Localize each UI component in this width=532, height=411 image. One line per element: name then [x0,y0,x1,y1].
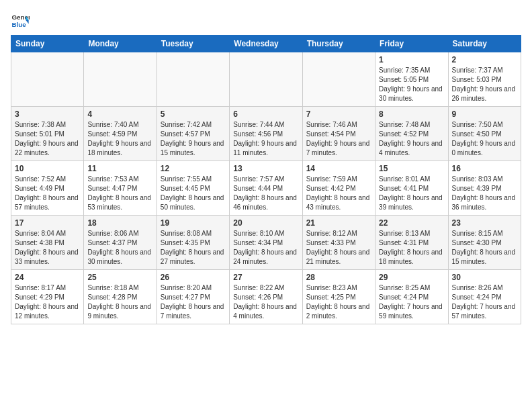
calendar-week-row: 3Sunrise: 7:38 AM Sunset: 5:01 PM Daylig… [11,107,521,161]
logo-icon: General Blue [11,11,30,30]
calendar-cell: 6Sunrise: 7:44 AM Sunset: 4:56 PM Daylig… [230,107,302,161]
day-number: 6 [233,109,298,119]
calendar-cell: 23Sunrise: 8:15 AM Sunset: 4:30 PM Dayli… [448,216,521,270]
day-number: 10 [15,164,80,173]
calendar-cell [84,52,157,107]
calendar-cell: 25Sunrise: 8:18 AM Sunset: 4:28 PM Dayli… [84,270,157,324]
calendar-cell: 15Sunrise: 8:01 AM Sunset: 4:41 PM Dayli… [375,161,448,216]
day-number: 15 [379,164,444,173]
day-number: 14 [306,164,371,173]
day-info: Sunrise: 7:59 AM Sunset: 4:42 PM Dayligh… [306,175,371,212]
weekday-header: Wednesday [230,36,302,52]
svg-text:Blue: Blue [11,21,26,28]
day-number: 2 [452,55,517,64]
day-info: Sunrise: 8:15 AM Sunset: 4:30 PM Dayligh… [452,229,517,267]
day-number: 21 [306,218,371,228]
calendar-cell: 16Sunrise: 8:03 AM Sunset: 4:39 PM Dayli… [448,161,521,216]
logo: General Blue [11,11,32,30]
day-number: 3 [15,109,80,119]
day-number: 24 [15,273,80,282]
day-number: 12 [161,164,226,173]
weekday-header: Monday [84,36,157,52]
calendar-week-row: 17Sunrise: 8:04 AM Sunset: 4:38 PM Dayli… [11,216,521,270]
calendar-cell: 2Sunrise: 7:37 AM Sunset: 5:03 PM Daylig… [448,52,521,107]
day-info: Sunrise: 8:03 AM Sunset: 4:39 PM Dayligh… [452,175,517,212]
day-info: Sunrise: 8:23 AM Sunset: 4:25 PM Dayligh… [306,283,371,321]
day-number: 9 [452,109,517,119]
calendar-cell: 10Sunrise: 7:52 AM Sunset: 4:49 PM Dayli… [11,161,84,216]
day-number: 17 [15,218,80,228]
calendar-cell: 20Sunrise: 8:10 AM Sunset: 4:34 PM Dayli… [230,216,302,270]
day-number: 4 [87,109,152,119]
calendar-cell: 26Sunrise: 8:20 AM Sunset: 4:27 PM Dayli… [157,270,229,324]
day-info: Sunrise: 7:38 AM Sunset: 5:01 PM Dayligh… [15,120,80,158]
weekday-header: Sunday [11,36,84,52]
day-number: 18 [87,218,152,228]
calendar-cell: 9Sunrise: 7:50 AM Sunset: 4:50 PM Daylig… [448,107,521,161]
day-info: Sunrise: 8:12 AM Sunset: 4:33 PM Dayligh… [306,229,371,267]
calendar-cell: 12Sunrise: 7:55 AM Sunset: 4:45 PM Dayli… [157,161,229,216]
day-info: Sunrise: 7:50 AM Sunset: 4:50 PM Dayligh… [452,120,517,158]
calendar-cell [302,52,375,107]
day-info: Sunrise: 7:55 AM Sunset: 4:45 PM Dayligh… [161,175,226,212]
day-number: 19 [161,218,226,228]
weekday-row: SundayMondayTuesdayWednesdayThursdayFrid… [11,36,521,52]
day-info: Sunrise: 7:46 AM Sunset: 4:54 PM Dayligh… [306,120,371,158]
calendar-cell [157,52,229,107]
day-info: Sunrise: 7:42 AM Sunset: 4:57 PM Dayligh… [161,120,226,158]
calendar-cell: 8Sunrise: 7:48 AM Sunset: 4:52 PM Daylig… [375,107,448,161]
calendar-cell: 17Sunrise: 8:04 AM Sunset: 4:38 PM Dayli… [11,216,84,270]
day-number: 22 [379,218,444,228]
day-number: 23 [452,218,517,228]
calendar-cell: 19Sunrise: 8:08 AM Sunset: 4:35 PM Dayli… [157,216,229,270]
calendar-cell: 1Sunrise: 7:35 AM Sunset: 5:05 PM Daylig… [375,52,448,107]
day-info: Sunrise: 8:25 AM Sunset: 4:24 PM Dayligh… [379,283,444,321]
calendar-cell: 5Sunrise: 7:42 AM Sunset: 4:57 PM Daylig… [157,107,229,161]
calendar-week-row: 24Sunrise: 8:17 AM Sunset: 4:29 PM Dayli… [11,270,521,324]
day-info: Sunrise: 7:48 AM Sunset: 4:52 PM Dayligh… [379,120,444,158]
calendar-cell: 11Sunrise: 7:53 AM Sunset: 4:47 PM Dayli… [84,161,157,216]
day-number: 26 [161,273,226,282]
day-number: 16 [452,164,517,173]
day-number: 29 [379,273,444,282]
day-info: Sunrise: 7:37 AM Sunset: 5:03 PM Dayligh… [452,66,517,103]
weekday-header: Tuesday [157,36,229,52]
calendar-cell [230,52,302,107]
calendar-cell: 30Sunrise: 8:26 AM Sunset: 4:24 PM Dayli… [448,270,521,324]
calendar: SundayMondayTuesdayWednesdayThursdayFrid… [11,35,521,324]
day-info: Sunrise: 8:13 AM Sunset: 4:31 PM Dayligh… [379,229,444,267]
calendar-cell: 7Sunrise: 7:46 AM Sunset: 4:54 PM Daylig… [302,107,375,161]
calendar-header: SundayMondayTuesdayWednesdayThursdayFrid… [11,36,521,52]
day-info: Sunrise: 8:01 AM Sunset: 4:41 PM Dayligh… [379,175,444,212]
calendar-cell: 13Sunrise: 7:57 AM Sunset: 4:44 PM Dayli… [230,161,302,216]
day-info: Sunrise: 7:44 AM Sunset: 4:56 PM Dayligh… [233,120,298,158]
day-number: 7 [306,109,371,119]
day-info: Sunrise: 8:06 AM Sunset: 4:37 PM Dayligh… [87,229,152,267]
day-info: Sunrise: 8:18 AM Sunset: 4:28 PM Dayligh… [87,283,152,321]
day-info: Sunrise: 8:22 AM Sunset: 4:26 PM Dayligh… [233,283,298,321]
day-number: 27 [233,273,298,282]
weekday-header: Saturday [448,36,521,52]
calendar-cell: 27Sunrise: 8:22 AM Sunset: 4:26 PM Dayli… [230,270,302,324]
calendar-cell: 14Sunrise: 7:59 AM Sunset: 4:42 PM Dayli… [302,161,375,216]
header: General Blue [11,11,521,30]
day-info: Sunrise: 8:08 AM Sunset: 4:35 PM Dayligh… [161,229,226,267]
day-number: 13 [233,164,298,173]
calendar-body: 1Sunrise: 7:35 AM Sunset: 5:05 PM Daylig… [11,52,521,324]
calendar-cell: 18Sunrise: 8:06 AM Sunset: 4:37 PM Dayli… [84,216,157,270]
day-info: Sunrise: 8:10 AM Sunset: 4:34 PM Dayligh… [233,229,298,267]
calendar-cell: 22Sunrise: 8:13 AM Sunset: 4:31 PM Dayli… [375,216,448,270]
calendar-cell: 3Sunrise: 7:38 AM Sunset: 5:01 PM Daylig… [11,107,84,161]
day-info: Sunrise: 8:20 AM Sunset: 4:27 PM Dayligh… [161,283,226,321]
day-info: Sunrise: 8:04 AM Sunset: 4:38 PM Dayligh… [15,229,80,267]
calendar-cell: 4Sunrise: 7:40 AM Sunset: 4:59 PM Daylig… [84,107,157,161]
day-number: 28 [306,273,371,282]
weekday-header: Thursday [302,36,375,52]
day-number: 8 [379,109,444,119]
svg-marker-3 [26,20,28,24]
calendar-week-row: 1Sunrise: 7:35 AM Sunset: 5:05 PM Daylig… [11,52,521,107]
day-number: 25 [87,273,152,282]
day-number: 5 [161,109,226,119]
day-info: Sunrise: 7:35 AM Sunset: 5:05 PM Dayligh… [379,66,444,103]
day-info: Sunrise: 7:53 AM Sunset: 4:47 PM Dayligh… [87,175,152,212]
